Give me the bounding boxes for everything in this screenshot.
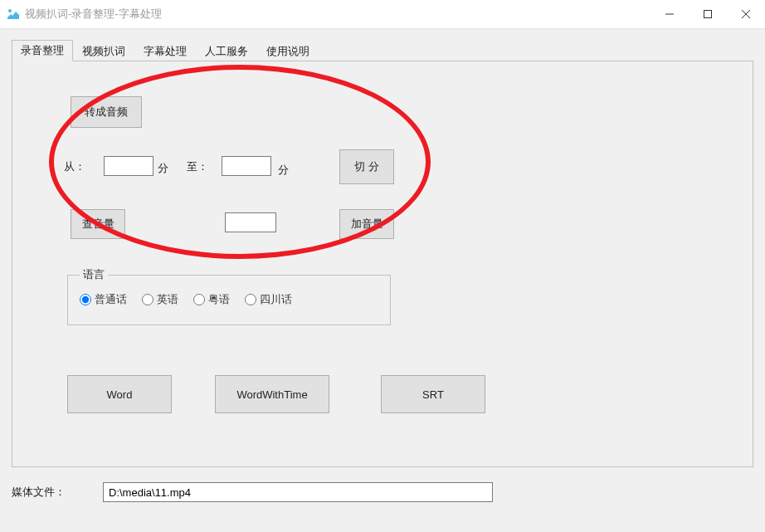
radio-sichuan-input[interactable] <box>245 294 256 305</box>
svg-rect-2 <box>704 11 712 18</box>
tab-instructions[interactable]: 使用说明 <box>257 41 319 61</box>
tab-subtitle[interactable]: 字幕处理 <box>134 41 196 61</box>
from-label: 从： <box>64 159 85 174</box>
app-icon <box>7 7 20 21</box>
radio-english-input[interactable] <box>142 294 153 305</box>
convert-audio-button[interactable]: 转成音频 <box>71 96 142 128</box>
radio-sichuan-label: 四川话 <box>260 292 292 307</box>
from-minutes-input[interactable] <box>104 156 153 176</box>
radio-cantonese[interactable]: 粤语 <box>193 292 230 307</box>
tab-control: 录音整理 视频扒词 字幕处理 人工服务 使用说明 转成音频 从： 分 至： 分 … <box>12 39 753 467</box>
radio-english-label: 英语 <box>157 292 178 307</box>
tab-strip: 录音整理 视频扒词 字幕处理 人工服务 使用说明 <box>12 39 753 61</box>
radio-mandarin-label: 普通话 <box>95 292 127 307</box>
split-button[interactable]: 切 分 <box>339 149 394 184</box>
to-unit-label: 分 <box>278 163 289 178</box>
window-title: 视频扒词-录音整理-字幕处理 <box>25 7 162 22</box>
media-file-input[interactable] <box>103 482 493 502</box>
language-group: 语言 普通话 英语 粤语 <box>67 267 391 325</box>
title-bar: 视频扒词-录音整理-字幕处理 <box>0 0 765 29</box>
export-word-button[interactable]: Word <box>67 375 172 413</box>
export-srt-button[interactable]: SRT <box>381 375 485 413</box>
tab-panel-recording: 转成音频 从： 分 至： 分 切 分 查音量 加音量 语言 <box>12 61 753 467</box>
radio-english[interactable]: 英语 <box>142 292 178 307</box>
to-minutes-input[interactable] <box>222 156 271 176</box>
volume-input[interactable] <box>225 212 276 232</box>
media-file-label: 媒体文件： <box>12 485 103 500</box>
maximize-button[interactable] <box>689 0 727 28</box>
export-word-with-time-button[interactable]: WordWithTime <box>215 375 329 413</box>
check-volume-button[interactable]: 查音量 <box>71 209 125 239</box>
tab-recording[interactable]: 录音整理 <box>12 40 73 61</box>
to-label: 至： <box>187 159 208 174</box>
close-button[interactable] <box>727 0 765 28</box>
radio-cantonese-label: 粤语 <box>208 292 230 307</box>
tab-video-lyrics[interactable]: 视频扒词 <box>73 41 134 61</box>
language-legend: 语言 <box>80 267 108 282</box>
tab-manual-service[interactable]: 人工服务 <box>196 41 257 61</box>
svg-point-0 <box>8 9 12 12</box>
media-file-row: 媒体文件： <box>12 482 753 502</box>
radio-mandarin-input[interactable] <box>80 294 91 305</box>
add-volume-button[interactable]: 加音量 <box>339 209 394 239</box>
client-area: 录音整理 视频扒词 字幕处理 人工服务 使用说明 转成音频 从： 分 至： 分 … <box>0 29 765 532</box>
app-window: 视频扒词-录音整理-字幕处理 录音整理 视频扒词 字幕处理 人工服务 使用说明 … <box>0 0 765 532</box>
minimize-button[interactable] <box>650 0 689 28</box>
radio-sichuan[interactable]: 四川话 <box>245 292 292 307</box>
radio-cantonese-input[interactable] <box>193 294 205 305</box>
from-unit-label: 分 <box>158 161 168 176</box>
radio-mandarin[interactable]: 普通话 <box>80 292 127 307</box>
